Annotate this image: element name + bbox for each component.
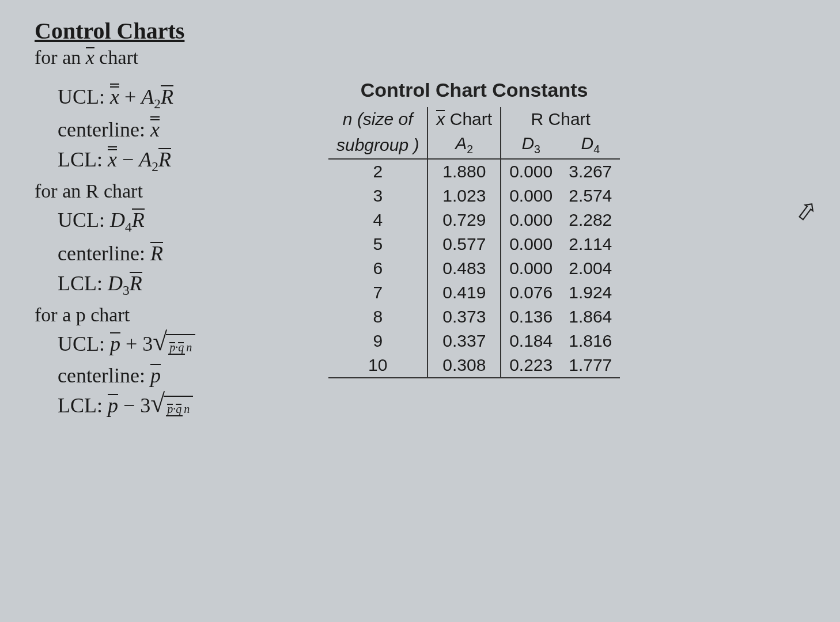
centerline-label: centerline: — [58, 364, 145, 387]
r-bar: R — [150, 241, 163, 266]
r-bar: R — [132, 208, 145, 232]
table-row: 21.8800.0003.267 — [328, 159, 620, 184]
table-row: 60.4830.0002.004 — [328, 256, 620, 280]
radical-icon: √ — [153, 334, 167, 350]
intro-suffix: chart — [94, 47, 138, 68]
cursor-icon: ⬀ — [794, 195, 819, 227]
table-cell-n: 6 — [328, 256, 427, 280]
table-cell-d4: 1.816 — [561, 329, 620, 353]
col-xchart: x Chart — [427, 107, 501, 131]
table-row: 31.0230.0002.574 — [328, 184, 620, 208]
r-bar: R — [130, 271, 142, 295]
xbar-symbol: x — [436, 109, 445, 129]
intro-prefix: for an — [35, 47, 86, 68]
d4-sub: 4 — [125, 220, 132, 235]
ucl-label: UCL: — [58, 208, 105, 232]
p-centerline: centerline: p — [58, 363, 317, 388]
table-row: 90.3370.1841.816 — [328, 329, 620, 353]
table-cell-n: 9 — [328, 329, 427, 353]
xbar-chart-intro: for an x chart — [35, 47, 805, 69]
table-cell-d4: 1.777 — [561, 353, 620, 378]
table-cell-d4: 2.004 — [561, 256, 620, 280]
d4-letter: D — [581, 134, 593, 153]
table-cell-d3: 0.000 — [501, 256, 561, 280]
xbar-centerline: centerline: x — [58, 117, 317, 142]
table-title: Control Chart Constants — [328, 79, 620, 101]
r-bar: R — [161, 85, 173, 109]
d3-letter: D — [521, 134, 534, 153]
col-d4: D4 — [561, 131, 620, 159]
content-row: UCL: x + A2R centerline: x LCL: x − A2R … — [35, 79, 805, 425]
r-lcl: LCL: D3R — [58, 271, 317, 298]
d4-sub: 4 — [593, 143, 600, 156]
table-header-row-2: subgroup ) A2 D3 D4 — [328, 131, 620, 159]
sqrt: √p·qn — [150, 396, 193, 419]
a2-letter: A — [141, 85, 154, 108]
table-cell-n: 5 — [328, 232, 427, 256]
x-double-bar: x — [108, 147, 117, 172]
table-cell-n: 3 — [328, 184, 427, 208]
constants-table-body: 21.8800.0003.26731.0230.0002.57440.7290.… — [328, 159, 620, 378]
table-cell-d3: 0.223 — [501, 353, 561, 378]
main-title: Control Charts — [35, 17, 805, 44]
a2-letter: A — [455, 134, 467, 153]
table-row: 100.3080.2231.777 — [328, 353, 620, 378]
q-bar: q — [178, 342, 184, 354]
table-cell-d3: 0.000 — [501, 232, 561, 256]
fraction-den: n — [185, 341, 193, 354]
constants-table: n (size of x Chart R Chart subgroup ) A2… — [328, 107, 620, 378]
p-ucl: UCL: p + 3√p·qn — [58, 332, 317, 358]
n-suffix: (size of — [353, 109, 413, 128]
table-row: 50.5770.0002.114 — [328, 232, 620, 256]
table-row: 80.3730.1361.864 — [328, 305, 620, 329]
a2-sub: 2 — [154, 96, 161, 111]
table-cell-a2: 1.880 — [427, 159, 501, 184]
sqrt-inner: p·qn — [166, 334, 195, 358]
d3-sub: 3 — [534, 143, 540, 156]
lcl-label: LCL: — [58, 272, 103, 295]
table-cell-d3: 0.184 — [501, 329, 561, 353]
fraction-num: p·q — [166, 403, 183, 416]
q-bar: q — [176, 403, 181, 415]
p-lcl: LCL: p − 3√p·qn — [58, 393, 317, 419]
xbar-symbol: x — [86, 47, 94, 69]
table-cell-d3: 0.000 — [501, 159, 561, 184]
table-cell-n: 7 — [328, 280, 427, 305]
lcl-label: LCL: — [58, 394, 103, 417]
a2-sub: 2 — [152, 159, 158, 174]
fraction: p·qn — [166, 403, 191, 415]
table-cell-d4: 1.864 — [561, 305, 620, 329]
d4-sym: D4 — [110, 208, 132, 232]
r-chart-intro: for an R chart — [35, 180, 317, 202]
x-double-bar: x — [110, 85, 119, 109]
table-row: 70.4190.0761.924 — [328, 280, 620, 305]
table-cell-n: 10 — [328, 353, 427, 378]
r-centerline: centerline: R — [58, 241, 317, 266]
sqrt: √p·qn — [153, 334, 195, 358]
xchart-suffix: Chart — [445, 109, 492, 128]
col-n-line2: subgroup ) — [328, 131, 427, 159]
p-bar: p — [169, 342, 175, 354]
fraction: p·qn — [168, 342, 193, 354]
table-cell-d4: 3.267 — [561, 159, 620, 184]
ucl-label: UCL: — [58, 332, 105, 355]
table-cell-n: 2 — [328, 159, 427, 184]
r-bar: R — [158, 147, 171, 172]
table-cell-d4: 2.114 — [561, 232, 620, 256]
table-cell-a2: 0.577 — [427, 232, 501, 256]
page: Control Charts for an x chart UCL: x + A… — [0, 0, 840, 442]
table-cell-d3: 0.136 — [501, 305, 561, 329]
table-cell-d4: 2.574 — [561, 184, 620, 208]
sqrt-inner: p·qn — [164, 396, 193, 419]
n-sym: n — [343, 109, 353, 128]
table-row: 40.7290.0002.282 — [328, 208, 620, 232]
constants-table-block: Control Chart Constants n (size of x Cha… — [328, 79, 620, 378]
table-cell-a2: 0.483 — [427, 256, 501, 280]
centerline-label: centerline: — [58, 242, 145, 265]
p-bar: p — [108, 393, 118, 418]
col-a2: A2 — [427, 131, 501, 159]
fraction-den: n — [183, 403, 191, 415]
p-bar: p — [110, 332, 120, 356]
table-cell-d4: 1.924 — [561, 280, 620, 305]
fraction-num: p·q — [168, 341, 185, 355]
